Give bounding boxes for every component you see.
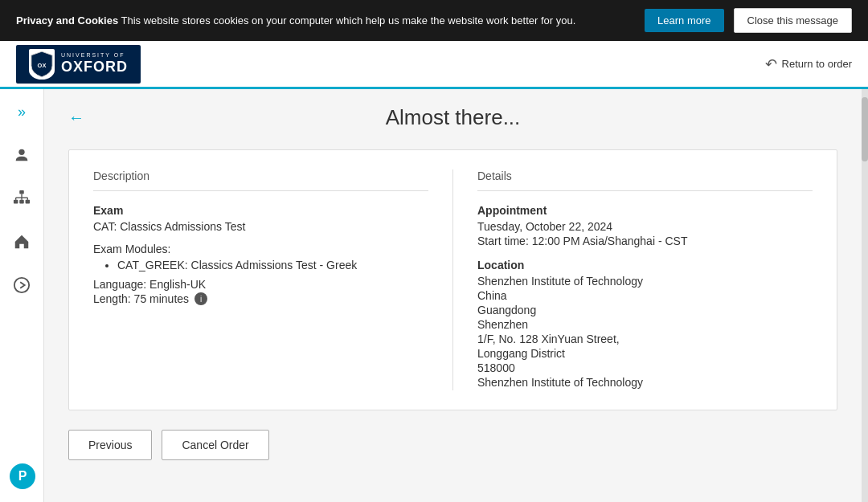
cookie-body: This website stores cookies on your comp… bbox=[118, 14, 575, 27]
length-label: Length: 75 minutes i bbox=[93, 292, 428, 305]
logo-big-text: OXFORD bbox=[61, 59, 128, 76]
page-title: Almost there... bbox=[386, 105, 521, 130]
appointment-label: Appointment bbox=[477, 204, 813, 217]
scroll-thumb[interactable] bbox=[862, 97, 868, 161]
logo-container: OX UNIVERSITY OF OXFORD bbox=[16, 45, 141, 84]
svg-rect-3 bbox=[14, 200, 18, 204]
scrollbar[interactable] bbox=[862, 89, 868, 502]
page-title-row: ← Almost there... bbox=[68, 105, 837, 130]
svg-rect-5 bbox=[26, 200, 31, 204]
learn-more-button[interactable]: Learn more bbox=[645, 9, 723, 32]
description-column: Description Exam CAT: Classics Admission… bbox=[93, 169, 453, 390]
modules-list: CAT_GREEK: Classics Admissions Test - Gr… bbox=[117, 259, 428, 271]
p-icon-button[interactable]: P bbox=[10, 463, 35, 489]
location-label: Location bbox=[477, 259, 813, 271]
previous-button[interactable]: Previous bbox=[68, 430, 152, 460]
location-line6: Longgang District bbox=[477, 347, 813, 360]
main-layout: » bbox=[0, 89, 868, 502]
svg-rect-2 bbox=[19, 190, 24, 194]
oxford-logo: OX UNIVERSITY OF OXFORD bbox=[16, 45, 141, 84]
card-columns: Description Exam CAT: Classics Admission… bbox=[93, 169, 813, 390]
close-message-button[interactable]: Close this message bbox=[734, 8, 852, 33]
appointment-date: Tuesday, October 22, 2024 bbox=[477, 220, 813, 233]
details-header: Details bbox=[477, 169, 813, 191]
location-line8: Shenzhen Institute of Technology bbox=[477, 376, 813, 389]
svg-text:OX: OX bbox=[38, 61, 47, 68]
info-icon[interactable]: i bbox=[194, 292, 207, 305]
sidebar-icon-forward[interactable] bbox=[8, 271, 35, 299]
appointment-time: Start time: 12:00 PM Asia/Shanghai - CST bbox=[477, 235, 813, 247]
oxford-shield: OX bbox=[29, 49, 55, 80]
cookie-bold: Privacy and Cookies bbox=[16, 14, 118, 27]
sidebar-expand-button[interactable]: » bbox=[13, 99, 31, 125]
return-icon: ↶ bbox=[765, 55, 777, 73]
sidebar: » bbox=[0, 89, 44, 502]
return-to-order-button[interactable]: ↶ Return to order bbox=[765, 55, 852, 73]
order-card: Description Exam CAT: Classics Admission… bbox=[68, 149, 837, 410]
logo-small-text: UNIVERSITY OF bbox=[61, 52, 128, 59]
sidebar-icon-home[interactable] bbox=[8, 228, 35, 255]
oxford-text: UNIVERSITY OF OXFORD bbox=[61, 52, 128, 76]
location-line3: Guangdong bbox=[477, 304, 813, 316]
location-line5: 1/F, No. 128 XinYuan Street, bbox=[477, 333, 813, 345]
return-label: Return to order bbox=[782, 58, 852, 70]
svg-point-11 bbox=[14, 278, 29, 292]
module-item: CAT_GREEK: Classics Admissions Test - Gr… bbox=[117, 259, 428, 271]
exam-value: CAT: Classics Admissions Test bbox=[93, 220, 428, 233]
location-line2: China bbox=[477, 289, 813, 302]
details-column: Details Appointment Tuesday, October 22,… bbox=[453, 169, 813, 390]
location-line4: Shenzhen bbox=[477, 318, 813, 331]
content-area: ← Almost there... Description Exam CAT: … bbox=[44, 89, 862, 502]
description-header: Description bbox=[93, 169, 428, 191]
svg-rect-4 bbox=[19, 200, 24, 204]
action-row: Previous Cancel Order bbox=[68, 430, 837, 460]
sidebar-icon-user[interactable] bbox=[8, 141, 35, 169]
location-line1: Shenzhen Institute of Technology bbox=[477, 275, 813, 288]
exam-label: Exam bbox=[93, 204, 428, 217]
modules-label: Exam Modules: bbox=[93, 243, 428, 255]
header: OX UNIVERSITY OF OXFORD ↶ Return to orde… bbox=[0, 41, 868, 89]
sidebar-icon-org[interactable] bbox=[8, 185, 35, 212]
language-label: Language: English-UK bbox=[93, 278, 428, 291]
cookie-text: Privacy and Cookies This website stores … bbox=[16, 14, 635, 27]
svg-point-1 bbox=[18, 149, 24, 155]
cookie-banner: Privacy and Cookies This website stores … bbox=[0, 0, 868, 41]
back-arrow-button[interactable]: ← bbox=[68, 108, 84, 127]
cancel-button[interactable]: Cancel Order bbox=[162, 430, 268, 460]
location-line7: 518000 bbox=[477, 361, 813, 374]
